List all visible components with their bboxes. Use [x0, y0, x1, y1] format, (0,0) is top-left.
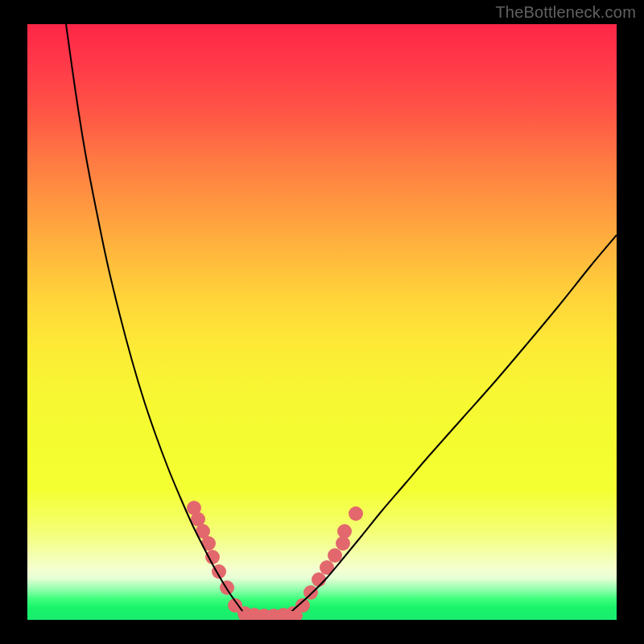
plot-area — [27, 24, 617, 620]
chart-stage: TheBottleneck.com — [0, 0, 644, 644]
data-dot — [328, 548, 342, 563]
data-dot — [303, 585, 318, 600]
watermark-text: TheBottleneck.com — [495, 3, 636, 22]
chart-svg — [27, 24, 617, 620]
left-curve — [66, 24, 249, 620]
data-dot — [349, 506, 363, 521]
data-dot — [337, 524, 352, 539]
dots-layer — [187, 501, 363, 620]
data-dot — [312, 572, 326, 587]
data-dot — [205, 550, 220, 564]
